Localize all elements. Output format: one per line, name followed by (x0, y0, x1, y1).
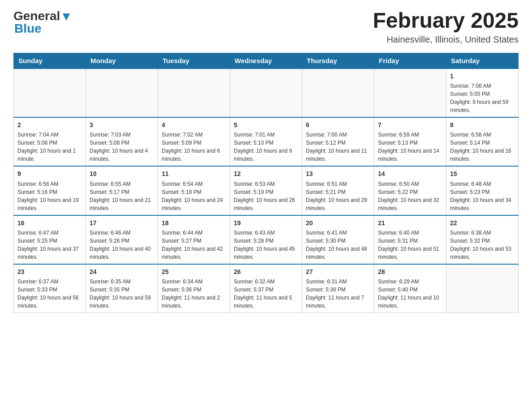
day-number: 11 (162, 169, 226, 178)
weekday-header-wednesday: Wednesday (230, 53, 302, 68)
day-number: 3 (90, 120, 154, 129)
day-number: 26 (234, 267, 298, 276)
calendar-day-cell (86, 68, 158, 117)
day-info: Sunrise: 6:55 AM Sunset: 5:17 PM Dayligh… (90, 180, 154, 212)
calendar-day-cell (14, 68, 86, 117)
weekday-header-monday: Monday (86, 53, 158, 68)
logo-triangle-icon (61, 12, 71, 21)
calendar-day-cell: 23Sunrise: 6:37 AM Sunset: 5:33 PM Dayli… (14, 264, 86, 313)
day-info: Sunrise: 6:35 AM Sunset: 5:35 PM Dayligh… (90, 278, 154, 310)
day-info: Sunrise: 6:31 AM Sunset: 5:38 PM Dayligh… (306, 278, 370, 310)
calendar-day-cell: 10Sunrise: 6:55 AM Sunset: 5:17 PM Dayli… (86, 166, 158, 215)
calendar-day-cell: 4Sunrise: 7:02 AM Sunset: 5:09 PM Daylig… (158, 117, 230, 166)
svg-marker-0 (63, 13, 70, 21)
calendar-day-cell: 28Sunrise: 6:29 AM Sunset: 5:40 PM Dayli… (374, 264, 446, 313)
day-number: 4 (162, 120, 226, 129)
calendar-day-cell: 25Sunrise: 6:34 AM Sunset: 5:36 PM Dayli… (158, 264, 230, 313)
weekday-header-tuesday: Tuesday (158, 53, 230, 68)
day-number: 12 (234, 169, 298, 178)
day-number: 24 (90, 267, 154, 276)
calendar-day-cell (230, 68, 302, 117)
day-info: Sunrise: 6:51 AM Sunset: 5:21 PM Dayligh… (306, 180, 370, 212)
day-info: Sunrise: 6:40 AM Sunset: 5:31 PM Dayligh… (378, 229, 442, 261)
day-info: Sunrise: 6:50 AM Sunset: 5:22 PM Dayligh… (378, 180, 442, 212)
calendar-day-cell (446, 264, 519, 313)
day-number: 19 (234, 218, 298, 227)
day-info: Sunrise: 7:00 AM Sunset: 5:12 PM Dayligh… (306, 131, 370, 163)
day-info: Sunrise: 6:59 AM Sunset: 5:13 PM Dayligh… (378, 131, 442, 163)
day-info: Sunrise: 6:41 AM Sunset: 5:30 PM Dayligh… (306, 229, 370, 261)
calendar-day-cell: 14Sunrise: 6:50 AM Sunset: 5:22 PM Dayli… (374, 166, 446, 215)
day-info: Sunrise: 7:02 AM Sunset: 5:09 PM Dayligh… (162, 131, 226, 163)
calendar-day-cell: 19Sunrise: 6:43 AM Sunset: 5:28 PM Dayli… (230, 215, 302, 264)
day-info: Sunrise: 6:58 AM Sunset: 5:14 PM Dayligh… (450, 131, 515, 163)
logo: General Blue (13, 9, 71, 36)
month-title: February 2025 (373, 9, 519, 33)
day-info: Sunrise: 6:54 AM Sunset: 5:18 PM Dayligh… (162, 180, 226, 212)
day-number: 9 (17, 169, 82, 178)
day-info: Sunrise: 6:37 AM Sunset: 5:33 PM Dayligh… (17, 278, 82, 310)
day-info: Sunrise: 7:04 AM Sunset: 5:06 PM Dayligh… (17, 131, 82, 163)
calendar-day-cell: 15Sunrise: 6:48 AM Sunset: 5:23 PM Dayli… (446, 166, 519, 215)
calendar-day-cell: 12Sunrise: 6:53 AM Sunset: 5:19 PM Dayli… (230, 166, 302, 215)
day-number: 25 (162, 267, 226, 276)
calendar-day-cell: 24Sunrise: 6:35 AM Sunset: 5:35 PM Dayli… (86, 264, 158, 313)
day-info: Sunrise: 6:29 AM Sunset: 5:40 PM Dayligh… (378, 278, 442, 310)
day-number: 21 (378, 218, 442, 227)
calendar-week-row: 16Sunrise: 6:47 AM Sunset: 5:25 PM Dayli… (14, 215, 519, 264)
day-number: 18 (162, 218, 226, 227)
day-number: 23 (17, 267, 82, 276)
day-number: 28 (378, 267, 442, 276)
day-number: 16 (17, 218, 82, 227)
weekday-header-saturday: Saturday (446, 53, 519, 68)
day-info: Sunrise: 6:53 AM Sunset: 5:19 PM Dayligh… (234, 180, 298, 212)
weekday-header-thursday: Thursday (302, 53, 374, 68)
day-info: Sunrise: 6:32 AM Sunset: 5:37 PM Dayligh… (234, 278, 298, 310)
day-number: 1 (450, 72, 515, 81)
calendar-day-cell: 3Sunrise: 7:03 AM Sunset: 5:08 PM Daylig… (86, 117, 158, 166)
day-number: 8 (450, 120, 515, 129)
day-number: 27 (306, 267, 370, 276)
day-number: 17 (90, 218, 154, 227)
calendar-day-cell: 21Sunrise: 6:40 AM Sunset: 5:31 PM Dayli… (374, 215, 446, 264)
weekday-header-friday: Friday (374, 53, 446, 68)
calendar-week-row: 9Sunrise: 6:56 AM Sunset: 5:16 PM Daylig… (14, 166, 519, 215)
day-info: Sunrise: 7:03 AM Sunset: 5:08 PM Dayligh… (90, 131, 154, 163)
calendar-week-row: 1Sunrise: 7:06 AM Sunset: 5:05 PM Daylig… (14, 68, 519, 117)
day-info: Sunrise: 6:34 AM Sunset: 5:36 PM Dayligh… (162, 278, 226, 310)
calendar-day-cell: 2Sunrise: 7:04 AM Sunset: 5:06 PM Daylig… (14, 117, 86, 166)
location-title: Hainesville, Illinois, United States (373, 34, 519, 45)
calendar-day-cell (374, 68, 446, 117)
calendar-day-cell: 6Sunrise: 7:00 AM Sunset: 5:12 PM Daylig… (302, 117, 374, 166)
calendar-day-cell: 17Sunrise: 6:46 AM Sunset: 5:26 PM Dayli… (86, 215, 158, 264)
day-number: 13 (306, 169, 370, 178)
calendar-day-cell: 26Sunrise: 6:32 AM Sunset: 5:37 PM Dayli… (230, 264, 302, 313)
day-number: 5 (234, 120, 298, 129)
calendar-day-cell: 7Sunrise: 6:59 AM Sunset: 5:13 PM Daylig… (374, 117, 446, 166)
day-number: 20 (306, 218, 370, 227)
day-info: Sunrise: 6:47 AM Sunset: 5:25 PM Dayligh… (17, 229, 82, 261)
calendar-day-cell: 22Sunrise: 6:38 AM Sunset: 5:32 PM Dayli… (446, 215, 519, 264)
day-info: Sunrise: 6:43 AM Sunset: 5:28 PM Dayligh… (234, 229, 298, 261)
calendar-day-cell: 1Sunrise: 7:06 AM Sunset: 5:05 PM Daylig… (446, 68, 519, 117)
calendar-day-cell: 16Sunrise: 6:47 AM Sunset: 5:25 PM Dayli… (14, 215, 86, 264)
logo-text-blue: Blue (14, 21, 42, 35)
weekday-header-sunday: Sunday (14, 53, 86, 68)
calendar-week-row: 2Sunrise: 7:04 AM Sunset: 5:06 PM Daylig… (14, 117, 519, 166)
day-info: Sunrise: 6:44 AM Sunset: 5:27 PM Dayligh… (162, 229, 226, 261)
page-header: General Blue February 2025 Hainesville, … (13, 9, 519, 45)
day-number: 10 (90, 169, 154, 178)
day-number: 6 (306, 120, 370, 129)
day-info: Sunrise: 6:46 AM Sunset: 5:26 PM Dayligh… (90, 229, 154, 261)
day-number: 14 (378, 169, 442, 178)
calendar-day-cell: 5Sunrise: 7:01 AM Sunset: 5:10 PM Daylig… (230, 117, 302, 166)
calendar-day-cell: 18Sunrise: 6:44 AM Sunset: 5:27 PM Dayli… (158, 215, 230, 264)
day-number: 15 (450, 169, 515, 178)
calendar-day-cell (302, 68, 374, 117)
day-info: Sunrise: 7:06 AM Sunset: 5:05 PM Dayligh… (450, 82, 515, 114)
weekday-header-row: SundayMondayTuesdayWednesdayThursdayFrid… (14, 53, 519, 68)
title-area: February 2025 Hainesville, Illinois, Uni… (373, 9, 519, 45)
day-number: 22 (450, 218, 515, 227)
calendar-day-cell: 13Sunrise: 6:51 AM Sunset: 5:21 PM Dayli… (302, 166, 374, 215)
day-number: 2 (17, 120, 82, 129)
